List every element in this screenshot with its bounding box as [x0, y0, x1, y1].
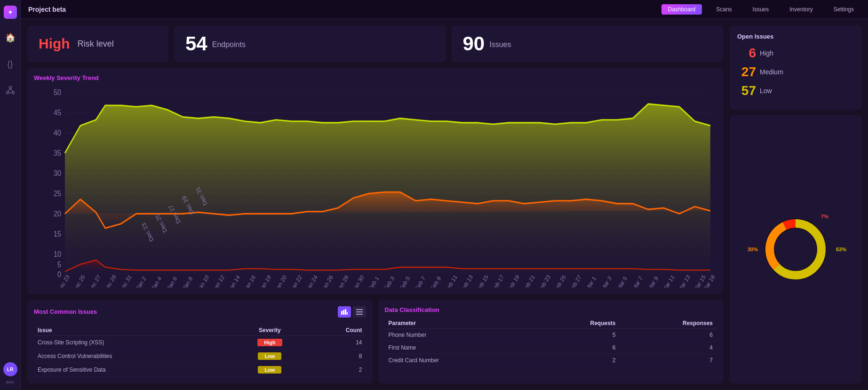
svg-text:35: 35	[54, 149, 61, 157]
endpoints-label: Endpoints	[212, 40, 246, 49]
issues-count: 90	[463, 34, 485, 54]
endpoints-card: 54 Endpoints	[174, 25, 446, 62]
page-title: Project beta	[28, 6, 654, 13]
nav-inventory[interactable]: Inventory	[783, 4, 819, 15]
content-area: High Risk level 54 Endpoints 90 Issues	[21, 19, 868, 390]
issues-card: 90 Issues	[452, 25, 724, 62]
donut-pct-low: 63%	[836, 247, 846, 252]
high-label: High	[760, 49, 773, 57]
issues-toolbar	[338, 306, 366, 318]
issue-severity: Low	[231, 363, 309, 377]
right-panel: Open Issues 6 High 27 Medium 57 Low 7%	[730, 25, 861, 383]
issue-name: Cross-Site Scripting (XSS)	[34, 336, 231, 350]
svg-text:0: 0	[57, 270, 61, 279]
param-responses: 6	[620, 329, 717, 342]
sidebar: ✦ 🏠 {} LR BMS	[0, 0, 21, 390]
nav-dashboard[interactable]: Dashboard	[661, 4, 702, 15]
data-table: Parameter Requests Responses Phone Numbe…	[385, 318, 717, 367]
svg-text:30: 30	[54, 169, 61, 177]
avatar-label: BMS	[6, 380, 14, 384]
issue-row-low: 57 Low	[737, 83, 854, 98]
svg-text:5: 5	[57, 260, 61, 269]
chart-title: Weekly Severity Trend	[34, 74, 717, 81]
issue-row-medium: 27 Medium	[737, 64, 854, 80]
sidebar-bottom: LR BMS	[3, 362, 17, 384]
param-responses: 4	[620, 342, 717, 354]
nav-scans[interactable]: Scans	[709, 4, 738, 15]
table-row: Credit Card Number 2 7	[385, 354, 717, 367]
data-classification-card: Data Classification Parameter Requests R…	[378, 300, 724, 383]
sidebar-network-icon[interactable]	[3, 83, 18, 98]
medium-count: 27	[737, 64, 756, 80]
svg-point-0	[9, 87, 11, 89]
col-severity: Severity	[231, 325, 309, 336]
table-row: Phone Number 5 6	[385, 329, 717, 342]
svg-point-1	[6, 92, 8, 94]
svg-rect-75	[343, 310, 344, 315]
svg-point-2	[12, 92, 14, 94]
param-name: Credit Card Number	[385, 354, 534, 367]
svg-rect-79	[356, 311, 363, 312]
svg-rect-80	[356, 314, 363, 315]
param-requests: 2	[534, 354, 620, 367]
svg-rect-74	[341, 311, 342, 315]
issue-count: 2	[309, 363, 366, 377]
nav-issues[interactable]: Issues	[746, 4, 776, 15]
avatar[interactable]: LR	[3, 362, 17, 376]
param-name: Phone Number	[385, 329, 534, 342]
svg-text:40: 40	[54, 128, 61, 137]
table-row: Exposure of Sensitive Data Low 2	[34, 363, 366, 377]
list-view-btn[interactable]	[353, 306, 366, 318]
col-requests: Requests	[534, 318, 620, 329]
issue-name: Access Control Vulnerabilities	[34, 350, 231, 363]
issue-name: Exposure of Sensitive Data	[34, 363, 231, 377]
low-label: Low	[760, 87, 772, 95]
param-requests: 5	[534, 329, 620, 342]
nav-settings[interactable]: Settings	[827, 4, 860, 15]
main-content: Project beta Dashboard Scans Issues Inve…	[21, 0, 868, 390]
low-count: 57	[737, 83, 756, 98]
data-card-title: Data Classification	[385, 306, 717, 313]
donut-pct-high: 7%	[821, 214, 828, 219]
sidebar-home-icon[interactable]: 🏠	[3, 30, 18, 45]
issue-count: 14	[309, 336, 366, 350]
svg-text:10: 10	[54, 250, 61, 258]
col-issue: Issue	[34, 325, 231, 336]
table-row: Access Control Vulnerabilities Low 8	[34, 350, 366, 363]
left-panel: High Risk level 54 Endpoints 90 Issues	[27, 25, 723, 383]
svg-text:45: 45	[54, 108, 61, 117]
svg-rect-77	[347, 312, 348, 315]
param-name: First Name	[385, 342, 534, 354]
trend-chart: 50 45 40 35 30 25 20 15 10 5 0	[34, 85, 717, 287]
stats-row: High Risk level 54 Endpoints 90 Issues	[27, 25, 723, 62]
open-issues-title: Open Issues	[737, 33, 854, 40]
svg-text:25: 25	[54, 189, 61, 198]
col-responses: Responses	[620, 318, 717, 329]
svg-rect-76	[345, 309, 346, 315]
risk-level-label: Risk level	[78, 39, 114, 49]
table-row: Cross-Site Scripting (XSS) High 14	[34, 336, 366, 350]
issue-count: 8	[309, 350, 366, 363]
high-count: 6	[737, 46, 756, 61]
col-param: Parameter	[385, 318, 534, 329]
table-row: First Name 6 4	[385, 342, 717, 354]
donut-chart: 7% 30% 63%	[758, 212, 833, 287]
chart-view-btn[interactable]	[338, 306, 351, 318]
issue-row-high: 6 High	[737, 46, 854, 61]
svg-line-4	[10, 89, 13, 92]
app-logo[interactable]: ✦	[4, 6, 17, 19]
endpoints-count: 54	[185, 34, 207, 54]
risk-level-value: High	[39, 36, 70, 52]
most-common-issues-card: Most Common Issues	[27, 300, 373, 383]
medium-label: Medium	[760, 68, 783, 76]
bottom-row: Most Common Issues	[27, 300, 723, 383]
chart-card: Weekly Severity Trend	[27, 68, 723, 294]
severity-badge: High	[257, 339, 282, 346]
param-requests: 6	[534, 342, 620, 354]
svg-text:15: 15	[54, 230, 61, 238]
donut-pct-medium: 30%	[748, 247, 758, 252]
open-issues-card: Open Issues 6 High 27 Medium 57 Low	[730, 25, 861, 110]
svg-rect-78	[356, 309, 363, 310]
sidebar-code-icon[interactable]: {}	[3, 56, 18, 72]
issues-card-title: Most Common Issues	[34, 308, 97, 315]
